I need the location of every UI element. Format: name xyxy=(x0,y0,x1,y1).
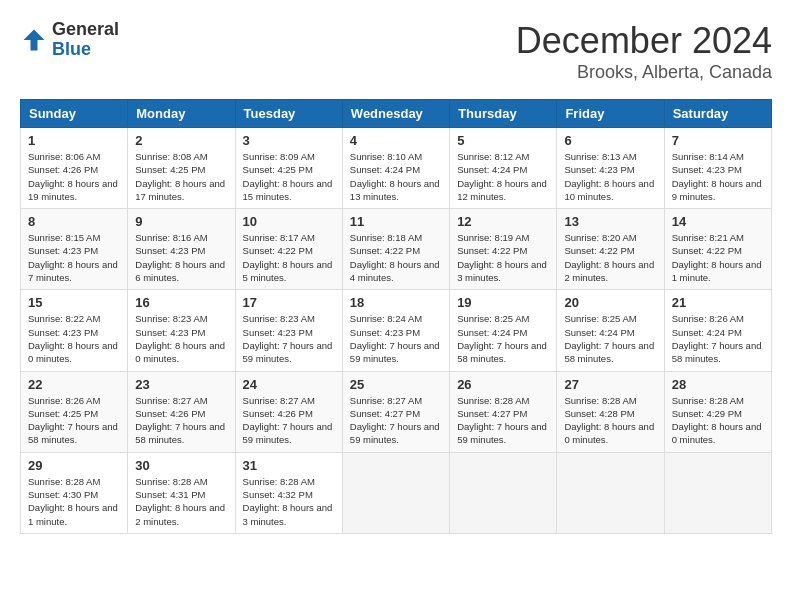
header-day: Thursday xyxy=(450,100,557,128)
calendar-cell: 30 Sunrise: 8:28 AMSunset: 4:31 PMDaylig… xyxy=(128,452,235,533)
logo-icon xyxy=(20,26,48,54)
logo-general: General xyxy=(52,19,119,39)
day-number: 16 xyxy=(135,295,227,310)
day-info: Sunrise: 8:28 AMSunset: 4:28 PMDaylight:… xyxy=(564,394,656,447)
day-number: 7 xyxy=(672,133,764,148)
day-info: Sunrise: 8:22 AMSunset: 4:23 PMDaylight:… xyxy=(28,312,120,365)
calendar-cell: 10 Sunrise: 8:17 AMSunset: 4:22 PMDaylig… xyxy=(235,209,342,290)
day-info: Sunrise: 8:10 AMSunset: 4:24 PMDaylight:… xyxy=(350,150,442,203)
calendar-cell: 6 Sunrise: 8:13 AMSunset: 4:23 PMDayligh… xyxy=(557,128,664,209)
header-row: SundayMondayTuesdayWednesdayThursdayFrid… xyxy=(21,100,772,128)
header-day: Wednesday xyxy=(342,100,449,128)
day-number: 19 xyxy=(457,295,549,310)
calendar-cell: 17 Sunrise: 8:23 AMSunset: 4:23 PMDaylig… xyxy=(235,290,342,371)
calendar-week-row: 1 Sunrise: 8:06 AMSunset: 4:26 PMDayligh… xyxy=(21,128,772,209)
day-number: 13 xyxy=(564,214,656,229)
day-info: Sunrise: 8:27 AMSunset: 4:26 PMDaylight:… xyxy=(135,394,227,447)
day-info: Sunrise: 8:23 AMSunset: 4:23 PMDaylight:… xyxy=(243,312,335,365)
calendar-table: SundayMondayTuesdayWednesdayThursdayFrid… xyxy=(20,99,772,534)
day-number: 31 xyxy=(243,458,335,473)
calendar-header: SundayMondayTuesdayWednesdayThursdayFrid… xyxy=(21,100,772,128)
day-number: 22 xyxy=(28,377,120,392)
day-info: Sunrise: 8:20 AMSunset: 4:22 PMDaylight:… xyxy=(564,231,656,284)
calendar-cell: 8 Sunrise: 8:15 AMSunset: 4:23 PMDayligh… xyxy=(21,209,128,290)
calendar-cell: 27 Sunrise: 8:28 AMSunset: 4:28 PMDaylig… xyxy=(557,371,664,452)
day-number: 6 xyxy=(564,133,656,148)
calendar-cell: 24 Sunrise: 8:27 AMSunset: 4:26 PMDaylig… xyxy=(235,371,342,452)
header-day: Tuesday xyxy=(235,100,342,128)
day-number: 14 xyxy=(672,214,764,229)
day-number: 10 xyxy=(243,214,335,229)
day-number: 9 xyxy=(135,214,227,229)
day-number: 26 xyxy=(457,377,549,392)
calendar-cell: 20 Sunrise: 8:25 AMSunset: 4:24 PMDaylig… xyxy=(557,290,664,371)
day-number: 17 xyxy=(243,295,335,310)
calendar-cell xyxy=(450,452,557,533)
calendar-week-row: 22 Sunrise: 8:26 AMSunset: 4:25 PMDaylig… xyxy=(21,371,772,452)
day-number: 15 xyxy=(28,295,120,310)
calendar-cell xyxy=(557,452,664,533)
day-number: 4 xyxy=(350,133,442,148)
calendar-cell: 4 Sunrise: 8:10 AMSunset: 4:24 PMDayligh… xyxy=(342,128,449,209)
day-info: Sunrise: 8:09 AMSunset: 4:25 PMDaylight:… xyxy=(243,150,335,203)
day-info: Sunrise: 8:08 AMSunset: 4:25 PMDaylight:… xyxy=(135,150,227,203)
day-info: Sunrise: 8:27 AMSunset: 4:27 PMDaylight:… xyxy=(350,394,442,447)
day-info: Sunrise: 8:21 AMSunset: 4:22 PMDaylight:… xyxy=(672,231,764,284)
calendar-cell: 19 Sunrise: 8:25 AMSunset: 4:24 PMDaylig… xyxy=(450,290,557,371)
title-block: December 2024 Brooks, Alberta, Canada xyxy=(516,20,772,83)
calendar-cell: 18 Sunrise: 8:24 AMSunset: 4:23 PMDaylig… xyxy=(342,290,449,371)
calendar-cell: 1 Sunrise: 8:06 AMSunset: 4:26 PMDayligh… xyxy=(21,128,128,209)
day-info: Sunrise: 8:27 AMSunset: 4:26 PMDaylight:… xyxy=(243,394,335,447)
calendar-cell: 16 Sunrise: 8:23 AMSunset: 4:23 PMDaylig… xyxy=(128,290,235,371)
day-number: 23 xyxy=(135,377,227,392)
day-number: 12 xyxy=(457,214,549,229)
day-number: 29 xyxy=(28,458,120,473)
calendar-cell: 23 Sunrise: 8:27 AMSunset: 4:26 PMDaylig… xyxy=(128,371,235,452)
day-info: Sunrise: 8:24 AMSunset: 4:23 PMDaylight:… xyxy=(350,312,442,365)
day-info: Sunrise: 8:19 AMSunset: 4:22 PMDaylight:… xyxy=(457,231,549,284)
calendar-cell: 12 Sunrise: 8:19 AMSunset: 4:22 PMDaylig… xyxy=(450,209,557,290)
day-info: Sunrise: 8:26 AMSunset: 4:25 PMDaylight:… xyxy=(28,394,120,447)
calendar-cell: 28 Sunrise: 8:28 AMSunset: 4:29 PMDaylig… xyxy=(664,371,771,452)
day-info: Sunrise: 8:12 AMSunset: 4:24 PMDaylight:… xyxy=(457,150,549,203)
header-day: Monday xyxy=(128,100,235,128)
calendar-subtitle: Brooks, Alberta, Canada xyxy=(516,62,772,83)
calendar-title: December 2024 xyxy=(516,20,772,62)
svg-marker-0 xyxy=(24,29,45,50)
header-day: Saturday xyxy=(664,100,771,128)
day-number: 25 xyxy=(350,377,442,392)
calendar-cell: 3 Sunrise: 8:09 AMSunset: 4:25 PMDayligh… xyxy=(235,128,342,209)
calendar-cell: 14 Sunrise: 8:21 AMSunset: 4:22 PMDaylig… xyxy=(664,209,771,290)
day-info: Sunrise: 8:06 AMSunset: 4:26 PMDaylight:… xyxy=(28,150,120,203)
day-number: 1 xyxy=(28,133,120,148)
calendar-cell: 21 Sunrise: 8:26 AMSunset: 4:24 PMDaylig… xyxy=(664,290,771,371)
day-info: Sunrise: 8:28 AMSunset: 4:31 PMDaylight:… xyxy=(135,475,227,528)
day-number: 5 xyxy=(457,133,549,148)
day-info: Sunrise: 8:23 AMSunset: 4:23 PMDaylight:… xyxy=(135,312,227,365)
day-info: Sunrise: 8:28 AMSunset: 4:29 PMDaylight:… xyxy=(672,394,764,447)
day-info: Sunrise: 8:15 AMSunset: 4:23 PMDaylight:… xyxy=(28,231,120,284)
header-day: Sunday xyxy=(21,100,128,128)
day-number: 30 xyxy=(135,458,227,473)
calendar-cell: 9 Sunrise: 8:16 AMSunset: 4:23 PMDayligh… xyxy=(128,209,235,290)
calendar-cell: 7 Sunrise: 8:14 AMSunset: 4:23 PMDayligh… xyxy=(664,128,771,209)
calendar-week-row: 29 Sunrise: 8:28 AMSunset: 4:30 PMDaylig… xyxy=(21,452,772,533)
calendar-body: 1 Sunrise: 8:06 AMSunset: 4:26 PMDayligh… xyxy=(21,128,772,534)
calendar-cell: 5 Sunrise: 8:12 AMSunset: 4:24 PMDayligh… xyxy=(450,128,557,209)
logo-text: General Blue xyxy=(52,20,119,60)
day-info: Sunrise: 8:18 AMSunset: 4:22 PMDaylight:… xyxy=(350,231,442,284)
page-header: General Blue December 2024 Brooks, Alber… xyxy=(20,20,772,83)
day-number: 20 xyxy=(564,295,656,310)
calendar-cell: 15 Sunrise: 8:22 AMSunset: 4:23 PMDaylig… xyxy=(21,290,128,371)
day-number: 11 xyxy=(350,214,442,229)
calendar-cell: 29 Sunrise: 8:28 AMSunset: 4:30 PMDaylig… xyxy=(21,452,128,533)
day-number: 21 xyxy=(672,295,764,310)
calendar-cell xyxy=(664,452,771,533)
logo: General Blue xyxy=(20,20,119,60)
calendar-cell: 11 Sunrise: 8:18 AMSunset: 4:22 PMDaylig… xyxy=(342,209,449,290)
day-info: Sunrise: 8:17 AMSunset: 4:22 PMDaylight:… xyxy=(243,231,335,284)
calendar-cell: 13 Sunrise: 8:20 AMSunset: 4:22 PMDaylig… xyxy=(557,209,664,290)
day-number: 18 xyxy=(350,295,442,310)
day-number: 2 xyxy=(135,133,227,148)
calendar-cell: 2 Sunrise: 8:08 AMSunset: 4:25 PMDayligh… xyxy=(128,128,235,209)
